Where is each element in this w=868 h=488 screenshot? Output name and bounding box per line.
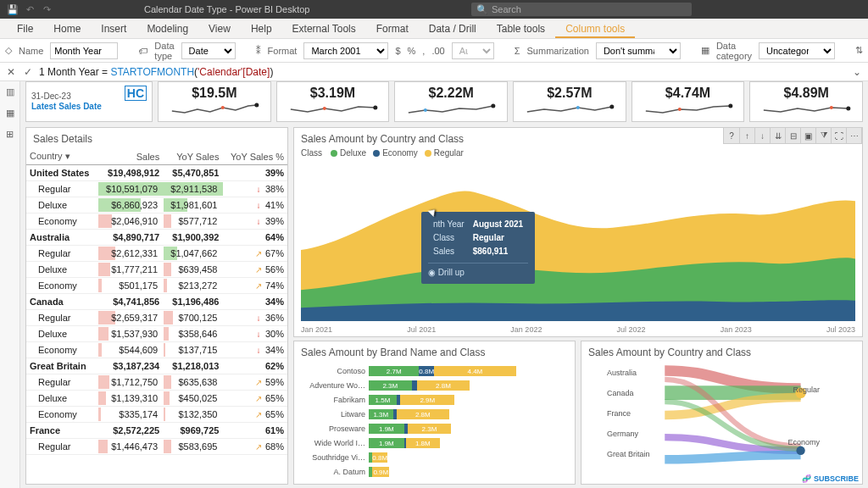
ribbon-tab-file[interactable]: File: [7, 19, 43, 38]
ribbon-tab-help[interactable]: Help: [241, 19, 282, 38]
col-header[interactable]: YoY Sales %: [222, 148, 287, 165]
hbar-row[interactable]: Litware1.3M2.8M: [301, 408, 568, 421]
col-header[interactable]: Sales: [97, 148, 163, 165]
focus-icon[interactable]: ⛶: [831, 128, 846, 143]
sankey-node[interactable]: Regular: [793, 385, 820, 394]
percent-button[interactable]: %: [408, 43, 416, 58]
decimals-button[interactable]: .00: [431, 43, 444, 58]
formula-commit-icon[interactable]: ✓: [22, 66, 34, 78]
filter-icon[interactable]: ⧩: [815, 128, 831, 143]
formula-bar[interactable]: ✕ ✓ 1 Month Year = STARTOFMONTH('Calenda…: [0, 63, 868, 81]
sort-icon[interactable]: ⇅: [855, 43, 863, 58]
sort-icon[interactable]: ▾: [63, 151, 70, 161]
ribbon-tab-modeling[interactable]: Modeling: [136, 19, 198, 38]
category-select[interactable]: Uncategorized: [759, 42, 835, 59]
drillthrough-icon[interactable]: ▣: [800, 128, 815, 143]
sankey-node[interactable]: Economy: [787, 438, 820, 446]
brand-bar-visual[interactable]: Sales Amount by Brand Name and Class Con…: [293, 341, 576, 485]
ribbon-tab-column-tools[interactable]: Column tools: [555, 19, 635, 38]
table-row[interactable]: Economy$2,046,910$577,712↓ 39%: [26, 214, 287, 230]
arrow-up-icon: ↗: [254, 378, 263, 387]
hbar-row[interactable]: Southridge Vi…0.8M: [301, 451, 568, 464]
legend-item[interactable]: Economy: [373, 148, 418, 158]
table-row[interactable]: Regular$2,659,317$700,125↓ 36%: [26, 310, 287, 326]
drillup-icon[interactable]: ◉: [428, 268, 436, 277]
table-row[interactable]: Canada$4,741,856$1,196,486 34%: [26, 294, 287, 310]
more-icon[interactable]: ⋯: [846, 128, 861, 143]
currency-button[interactable]: $: [395, 43, 400, 58]
auto-select[interactable]: Auto: [452, 42, 494, 59]
table-row[interactable]: France$2,572,225$969,725 61%: [26, 423, 287, 439]
sankey-node[interactable]: Great Britain: [607, 450, 650, 458]
redo-icon[interactable]: ↷: [41, 3, 53, 15]
hbar-row[interactable]: Contoso2.7M0.8M4.4M: [301, 364, 568, 378]
arrow-up-icon: ↗: [254, 249, 263, 258]
arrow-down-icon: ↓: [254, 185, 263, 194]
legend-item[interactable]: Deluxe: [331, 148, 366, 158]
datatype-select[interactable]: Date: [181, 42, 236, 59]
drilldown-icon[interactable]: ↓: [754, 128, 770, 143]
expand-icon[interactable]: ⇊: [770, 128, 785, 143]
search-icon: 🔍: [476, 4, 488, 15]
undo-icon[interactable]: ↶: [24, 3, 36, 15]
search-input[interactable]: 🔍 Search: [471, 3, 692, 16]
model-view-icon[interactable]: ⊞: [6, 129, 14, 140]
datatype-icon: 🏷: [138, 43, 147, 58]
table-view-icon[interactable]: ▦: [6, 108, 14, 119]
format-select[interactable]: March 2001 (m…: [303, 42, 388, 59]
sankey-node[interactable]: Canada: [607, 389, 634, 397]
table-row[interactable]: Australia$4,890,717$1,900,392 64%: [26, 230, 287, 246]
table-row[interactable]: Deluxe$6,860,923$1,981,601↓ 41%: [26, 197, 287, 214]
save-icon[interactable]: 💾: [7, 3, 19, 15]
ribbon-tab-home[interactable]: Home: [43, 19, 91, 38]
hbar-row[interactable]: Adventure Wo…2.3M2.8M: [301, 379, 568, 392]
ribbon-tab-data-drill[interactable]: Data / Drill: [419, 19, 487, 38]
table-row[interactable]: Regular$1,712,750$635,638↗ 59%: [26, 374, 287, 391]
table-row[interactable]: Great Britain$3,187,234$1,218,013 62%: [26, 358, 287, 374]
sankey-node[interactable]: Australia: [607, 369, 637, 377]
table-row[interactable]: Deluxe$1,139,310$450,025↗ 65%: [26, 391, 287, 407]
format-icon: ⁑: [256, 43, 261, 58]
table-row[interactable]: Economy$335,174$132,350↗ 65%: [26, 407, 287, 423]
table-row[interactable]: Regular$2,612,331$1,047,662↗ 67%: [26, 246, 287, 262]
ribbon-tab-external-tools[interactable]: External Tools: [282, 19, 366, 38]
formula-text[interactable]: 1 Month Year = STARTOFMONTH('Calendar'[D…: [39, 66, 846, 78]
drillup-icon[interactable]: ↑: [739, 128, 754, 143]
chevron-down-icon[interactable]: ⌄: [851, 66, 863, 78]
area-chart-visual[interactable]: ? ↑ ↓ ⇊ ⊟ ▣ ⧩ ⛶ ⋯ Sales Amount by Countr…: [293, 127, 863, 337]
report-view-icon[interactable]: ▥: [6, 86, 14, 97]
sales-table[interactable]: Country ▾SalesYoY SalesYoY Sales %United…: [26, 148, 287, 455]
table-row[interactable]: United States$19,498,912$5,470,851 39%: [26, 165, 287, 181]
next-level-icon[interactable]: ⊟: [785, 128, 800, 143]
sankey-node[interactable]: Germany: [607, 430, 638, 438]
help-icon[interactable]: ?: [724, 128, 739, 143]
kpi-card: $2.22M: [394, 81, 508, 122]
ribbon-tab-insert[interactable]: Insert: [91, 19, 136, 38]
titlebar: 💾 ↶ ↷ Calendar Date Type - Power BI Desk…: [0, 0, 868, 19]
summarization-select[interactable]: Don't summarize: [596, 42, 681, 59]
window-title: Calendar Date Type - Power BI Desktop: [144, 4, 309, 14]
table-row[interactable]: Economy$501,175$213,272↗ 74%: [26, 278, 287, 294]
table-row[interactable]: Deluxe$1,537,930$358,646↓ 30%: [26, 326, 287, 342]
table-row[interactable]: Regular$1,446,473$583,695↗ 68%: [26, 439, 287, 455]
legend-item[interactable]: Regular: [425, 148, 464, 158]
hbar-row[interactable]: A. Datum0.9M: [301, 465, 568, 479]
ribbon-tab-table-tools[interactable]: Table tools: [487, 19, 555, 38]
sankey-node[interactable]: France: [607, 409, 631, 418]
hbar-row[interactable]: Wide World I…1.9M1.8M: [301, 436, 568, 450]
hbar-row[interactable]: Proseware1.9M2.3M: [301, 422, 568, 435]
table-row[interactable]: Regular$10,591,079$2,911,538↓ 38%: [26, 181, 287, 197]
column-tools-toolbar: ◇ Name 🏷 Data type Date ⁑ Format March 2…: [0, 39, 868, 63]
table-row[interactable]: Deluxe$1,777,211$639,458↗ 56%: [26, 262, 287, 278]
table-row[interactable]: Economy$544,609$137,715↓ 34%: [26, 342, 287, 358]
ribbon-tab-format[interactable]: Format: [366, 19, 419, 38]
name-field[interactable]: [50, 42, 118, 59]
hbar-row[interactable]: Fabrikam1.5M2.9M: [301, 393, 568, 407]
col-header[interactable]: Country ▾: [26, 148, 97, 165]
sales-details-visual[interactable]: Sales Details Country ▾SalesYoY SalesYoY…: [25, 127, 288, 485]
col-header[interactable]: YoY Sales: [163, 148, 222, 165]
comma-button[interactable]: ,: [422, 43, 425, 58]
ribbon-tab-view[interactable]: View: [198, 19, 241, 38]
formula-cancel-icon[interactable]: ✕: [5, 66, 17, 78]
sankey-visual[interactable]: Sales Amount by Country and Class Austra…: [581, 341, 863, 485]
